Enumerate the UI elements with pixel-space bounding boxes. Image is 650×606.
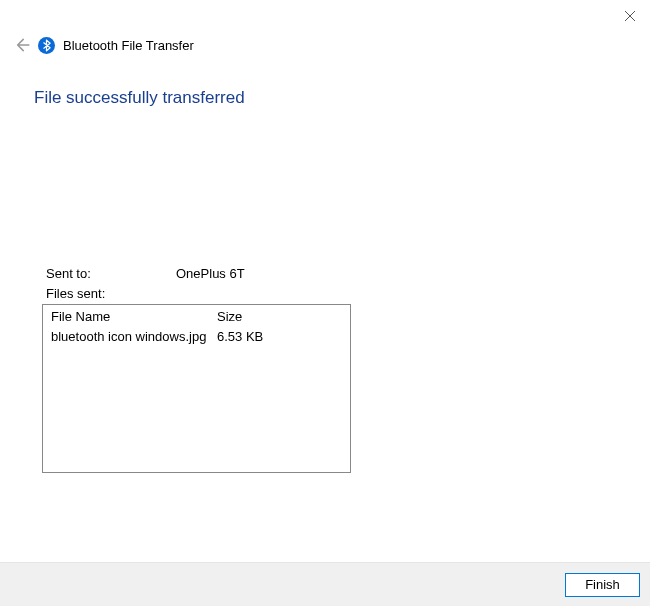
close-button[interactable] <box>622 8 638 24</box>
file-list-header: File Name Size <box>43 305 350 327</box>
column-header-name[interactable]: File Name <box>51 309 217 324</box>
file-list: File Name Size bluetooth icon windows.jp… <box>42 304 351 473</box>
file-size-cell: 6.53 KB <box>217 329 277 344</box>
files-sent-row: Files sent: <box>46 286 176 301</box>
bluetooth-icon <box>38 37 55 54</box>
status-heading: File successfully transferred <box>34 88 245 108</box>
sent-to-label: Sent to: <box>46 266 176 281</box>
page-title: Bluetooth File Transfer <box>63 38 194 53</box>
back-arrow-icon <box>12 36 30 54</box>
close-icon <box>624 10 636 22</box>
bottom-bar: Finish <box>0 562 650 606</box>
sent-to-row: Sent to: OnePlus 6T <box>46 266 245 281</box>
files-sent-label: Files sent: <box>46 286 176 301</box>
sent-to-value: OnePlus 6T <box>176 266 245 281</box>
file-name-cell: bluetooth icon windows.jpg <box>51 329 217 344</box>
back-button[interactable] <box>12 36 30 54</box>
table-row[interactable]: bluetooth icon windows.jpg 6.53 KB <box>43 327 350 346</box>
finish-button[interactable]: Finish <box>565 573 640 597</box>
header-row: Bluetooth File Transfer <box>12 36 194 54</box>
column-header-size[interactable]: Size <box>217 309 277 324</box>
